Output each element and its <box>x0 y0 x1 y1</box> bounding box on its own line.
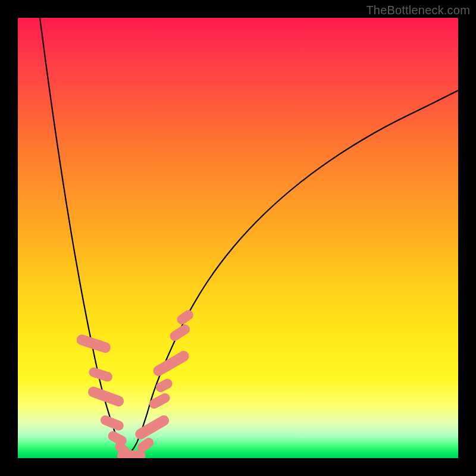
chart-overlay <box>18 18 458 458</box>
watermark-text: TheBottleneck.com <box>366 4 470 17</box>
curve-left-branch <box>40 18 128 456</box>
curve-right-branch <box>128 90 458 456</box>
marker-right-cluster <box>175 308 195 326</box>
marker-right-cluster <box>133 414 171 441</box>
chart-frame: TheBottleneck.com <box>0 0 476 476</box>
marker-right-cluster <box>154 377 174 394</box>
curve-markers <box>75 308 195 458</box>
marker-left-cluster <box>99 414 125 432</box>
marker-right-cluster <box>151 349 191 378</box>
marker-right-cluster <box>168 322 192 343</box>
marker-left-cluster <box>87 366 114 383</box>
marker-right-cluster <box>148 392 171 411</box>
